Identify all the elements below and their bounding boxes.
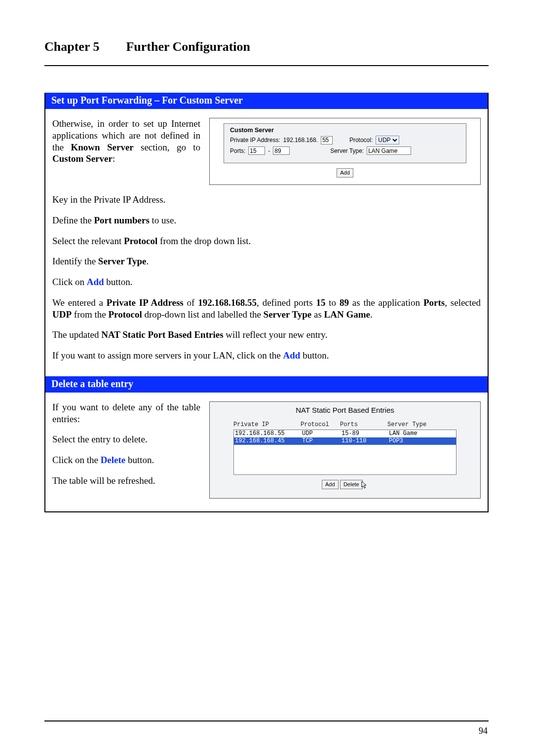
nat-entries-listbox[interactable]: 192.168.168.55UDP15-89LAN Game192.168.16… <box>233 430 457 475</box>
step-identify-server-type: Identify the Server Type. <box>52 255 481 267</box>
example-paragraph: We entered a Private IP Address of 192.1… <box>52 297 481 321</box>
section-heading-port-forwarding: Set up Port Forwarding – For Custom Serv… <box>45 93 488 109</box>
nat-delete-button[interactable]: Delete <box>340 480 363 489</box>
port-from-input[interactable] <box>248 146 265 155</box>
chapter-number: Chapter 5 <box>44 39 99 54</box>
nat-entries-title: NAT Static Port Based Entries <box>224 406 466 414</box>
step-define-ports: Define the Port numbers to use. <box>52 215 481 226</box>
chapter-heading: Chapter 5Further Configuration <box>44 39 489 54</box>
intro-paragraph: Otherwise, in order to set up Internet a… <box>52 118 200 165</box>
private-ip-last-octet-input[interactable] <box>321 136 333 144</box>
protocol-label: Protocol: <box>349 137 373 144</box>
port-dash: - <box>268 147 270 154</box>
port-to-input[interactable] <box>273 146 290 155</box>
step-select-protocol: Select the relevant Protocol from the dr… <box>52 235 481 247</box>
page-number: 94 <box>479 726 488 736</box>
assign-more-servers-note: If you want to assign more servers in yo… <box>52 350 481 361</box>
ports-label: Ports: <box>230 147 245 154</box>
custom-server-title: Custom Server <box>230 127 460 134</box>
section-heading-delete-entry: Delete a table entry <box>45 376 488 393</box>
custom-server-figure: Custom Server Private IP Address: 192.16… <box>209 118 481 185</box>
delete-instructions: If you want to delete any of the table e… <box>52 401 200 487</box>
private-ip-label: Private IP Address: <box>230 137 280 144</box>
chapter-title-text: Further Configuration <box>126 39 250 54</box>
server-type-label: Server Type: <box>330 147 364 154</box>
nat-add-button[interactable]: Add <box>322 480 339 489</box>
table-row[interactable]: 192.168.168.45TCP110-110POP3 <box>234 437 456 445</box>
nat-table-header: Private IP Protocol Ports Server Type <box>233 421 457 428</box>
step-click-add: Click on Add button. <box>52 276 481 288</box>
server-type-input[interactable] <box>367 146 411 155</box>
nat-entries-figure: NAT Static Port Based Entries Private IP… <box>209 401 481 499</box>
table-row[interactable]: 192.168.168.55UDP15-89LAN Game <box>234 430 456 437</box>
protocol-select[interactable]: UDP <box>376 136 399 144</box>
content-table: Set up Port Forwarding – For Custom Serv… <box>44 93 489 512</box>
add-button[interactable]: Add <box>337 168 353 178</box>
step-key-in-ip: Key in the Private IP Address. <box>52 194 481 206</box>
private-ip-prefix: 192.168.168. <box>283 137 318 144</box>
updated-entries-note: The updated NAT Static Port Based Entrie… <box>52 329 481 341</box>
header-rule <box>44 65 489 66</box>
cursor-icon <box>361 481 368 491</box>
footer-rule <box>44 720 489 721</box>
